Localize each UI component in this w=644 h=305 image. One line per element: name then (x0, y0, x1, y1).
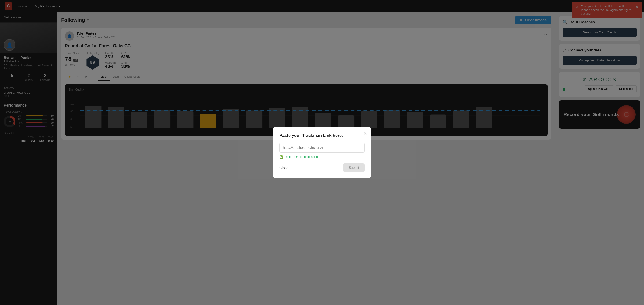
modal-success-message: ✅ Report sent for processing (280, 155, 364, 159)
modal-title: Paste your Trackman Link here. (280, 133, 364, 138)
modal-actions: Close Submit (280, 164, 364, 172)
success-icon: ✅ (280, 155, 284, 159)
modal-submit-button[interactable]: Submit (343, 164, 364, 172)
modal-close-x-button[interactable]: ✕ (364, 130, 368, 136)
modal-overlay: Paste your Trackman Link here. ✕ ✅ Repor… (0, 0, 644, 305)
trackman-modal: Paste your Trackman Link here. ✕ ✅ Repor… (273, 127, 371, 178)
modal-close-button[interactable]: Close (280, 166, 288, 170)
trackman-link-input[interactable] (280, 143, 364, 152)
